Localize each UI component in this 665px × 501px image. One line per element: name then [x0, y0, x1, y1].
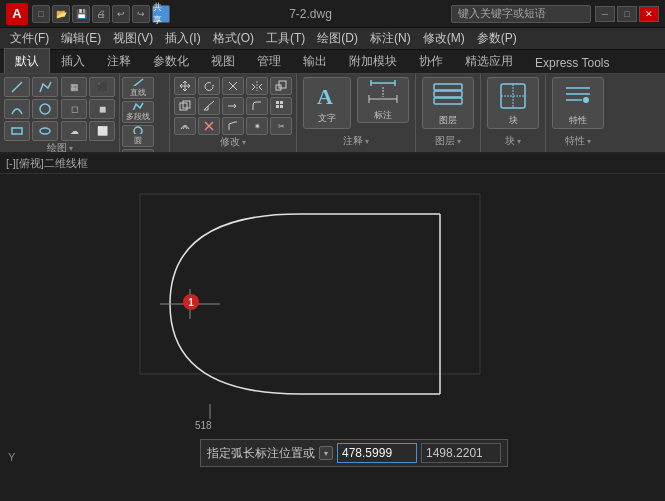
menu-file[interactable]: 文件(F): [4, 28, 55, 49]
properties-tool-btn[interactable]: 特性: [552, 77, 604, 129]
scale-btn[interactable]: [270, 77, 292, 95]
main-canvas-area: 518 1 指定弧长标注位置或 ▾ Y: [0, 174, 665, 501]
menu-insert[interactable]: 插入(I): [159, 28, 206, 49]
block-arrow: ▾: [517, 137, 521, 146]
hatch-tool-btn[interactable]: ▦: [61, 77, 87, 97]
svg-rect-36: [434, 91, 462, 97]
rotate-btn[interactable]: [198, 77, 220, 95]
stretch-btn[interactable]: [198, 97, 220, 115]
svg-line-0: [12, 82, 22, 92]
gradient-tool-btn[interactable]: ⬛: [89, 77, 115, 97]
svg-text:518: 518: [195, 420, 212, 431]
mirror-btn[interactable]: [246, 77, 268, 95]
boundary-tool-btn[interactable]: ◻: [61, 99, 87, 119]
menu-params[interactable]: 参数(P): [471, 28, 523, 49]
tab-express[interactable]: Express Tools: [524, 51, 620, 73]
maximize-button[interactable]: □: [617, 6, 637, 22]
layer-arrow: ▾: [457, 137, 461, 146]
properties-section-label-bar: 特性 ▾: [552, 134, 604, 150]
svg-line-25: [229, 122, 235, 124]
line-label-btn[interactable]: 直线: [122, 77, 154, 99]
menu-bar: 文件(F) 编辑(E) 视图(V) 插入(I) 格式(O) 工具(T) 绘图(D…: [0, 28, 665, 50]
trim-icon: [227, 80, 239, 92]
wipe-tool-btn[interactable]: ⬜: [89, 121, 115, 141]
tab-parametric[interactable]: 参数化: [142, 48, 200, 73]
open-icon[interactable]: 📂: [52, 5, 70, 23]
line-sm-icon: [132, 78, 144, 86]
tab-view[interactable]: 视图: [200, 48, 246, 73]
menu-draw[interactable]: 绘图(D): [311, 28, 364, 49]
tab-featured[interactable]: 精选应用: [454, 48, 524, 73]
cloud-tool-btn[interactable]: ☁: [61, 121, 87, 141]
circle-tool-btn[interactable]: [32, 99, 58, 119]
share-icon[interactable]: 共享: [152, 5, 170, 23]
block-section-label: 块: [505, 134, 515, 148]
properties-arrow: ▾: [587, 137, 591, 146]
minimize-button[interactable]: ─: [595, 6, 615, 22]
rect-tool-btn[interactable]: [4, 121, 30, 141]
modify-section-label-bar: 修改 ▾: [174, 135, 292, 151]
undo-icon[interactable]: ↩: [112, 5, 130, 23]
svg-point-5: [134, 127, 142, 134]
tab-annotate[interactable]: 注释: [96, 48, 142, 73]
menu-modify[interactable]: 修改(M): [417, 28, 471, 49]
tab-insert[interactable]: 插入: [50, 48, 96, 73]
app-logo[interactable]: A: [6, 3, 28, 25]
chamfer-btn[interactable]: [222, 117, 244, 135]
plot-icon[interactable]: 🖨: [92, 5, 110, 23]
circle-label-btn[interactable]: 圆: [122, 125, 154, 147]
dimension-tool-btn[interactable]: 标注: [357, 77, 409, 123]
svg-rect-18: [276, 101, 279, 104]
arc-tool-btn[interactable]: [4, 99, 30, 119]
offset-icon: [179, 120, 191, 132]
tab-output[interactable]: 输出: [292, 48, 338, 73]
svg-rect-2: [12, 128, 22, 134]
svg-rect-21: [280, 105, 283, 108]
close-button[interactable]: ✕: [639, 6, 659, 22]
menu-format[interactable]: 格式(O): [207, 28, 260, 49]
cmd-dropdown-icon[interactable]: ▾: [319, 446, 333, 460]
break-btn[interactable]: ✂: [270, 117, 292, 135]
polyline-label-btn[interactable]: 多段线: [122, 101, 154, 123]
offset-btn[interactable]: [174, 117, 196, 135]
viewport-label: [-][俯视]二维线框: [0, 154, 665, 174]
tab-addons[interactable]: 附加模块: [338, 48, 408, 73]
explode-btn[interactable]: ✷: [246, 117, 268, 135]
modify-arrow: ▾: [242, 138, 246, 147]
polyline-tool-btn[interactable]: [32, 77, 58, 97]
copy-btn[interactable]: [174, 97, 196, 115]
new-icon[interactable]: □: [32, 5, 50, 23]
redo-icon[interactable]: ↪: [132, 5, 150, 23]
array-btn[interactable]: [270, 97, 292, 115]
menu-edit[interactable]: 编辑(E): [55, 28, 107, 49]
layer-tool-btn[interactable]: 图层: [422, 77, 474, 129]
svg-rect-45: [140, 194, 480, 374]
annotation-section-label: 注释: [343, 134, 363, 148]
mirror-icon: [251, 80, 263, 92]
line-tool-btn[interactable]: [4, 77, 30, 97]
region-tool-btn[interactable]: ◼: [89, 99, 115, 119]
save-icon[interactable]: 💾: [72, 5, 90, 23]
coord-input-x[interactable]: [337, 443, 417, 463]
menu-tools[interactable]: 工具(T): [260, 28, 311, 49]
block-tool-btn[interactable]: 块: [487, 77, 539, 129]
fillet-btn[interactable]: [246, 97, 268, 115]
menu-dim[interactable]: 标注(N): [364, 28, 417, 49]
extend-btn[interactable]: [222, 97, 244, 115]
coord-input-y[interactable]: [421, 443, 501, 463]
polyline-icon: [38, 80, 52, 94]
menu-view[interactable]: 视图(V): [107, 28, 159, 49]
tab-default[interactable]: 默认: [4, 48, 50, 73]
drawing-canvas-container[interactable]: 518 1 指定弧长标注位置或 ▾ Y: [0, 174, 665, 501]
tab-manage[interactable]: 管理: [246, 48, 292, 73]
erase-btn[interactable]: [198, 117, 220, 135]
ellipse-tool-btn[interactable]: [32, 121, 58, 141]
annotation-section-label-bar: 注释 ▾: [303, 134, 409, 150]
trim-btn[interactable]: [222, 77, 244, 95]
text-tool-btn[interactable]: A 文字: [303, 77, 351, 129]
search-input[interactable]: [451, 5, 591, 23]
svg-rect-19: [280, 101, 283, 104]
move-btn[interactable]: [174, 77, 196, 95]
tab-collab[interactable]: 协作: [408, 48, 454, 73]
layer-section-label: 图层: [435, 134, 455, 148]
